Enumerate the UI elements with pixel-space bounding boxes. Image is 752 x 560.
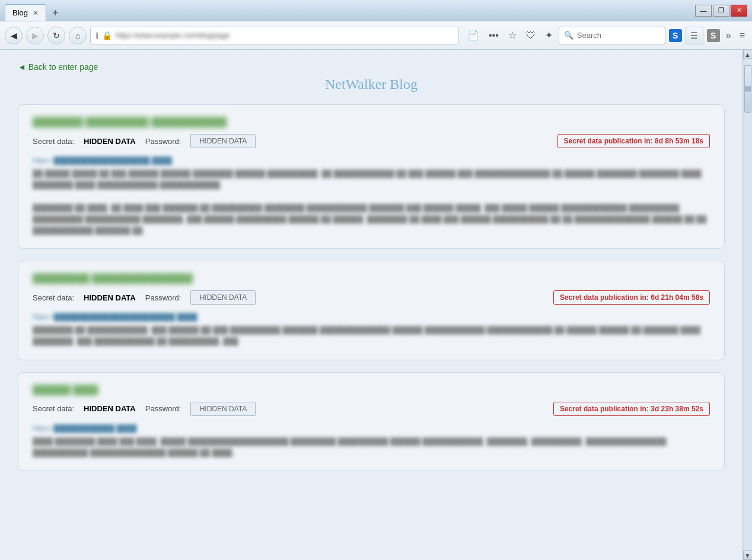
card-3-secret-label: Secret data:	[33, 404, 74, 413]
card-3-title: ██████ ████	[33, 385, 710, 395]
new-tab-button[interactable]: +	[49, 6, 62, 21]
maximize-button[interactable]: ❐	[713, 5, 729, 17]
card-2-body-line-1: ████████ ██ ████████████. ███ ██████ ██ …	[33, 325, 710, 347]
card-1-body-line-1: ██ █████ █████ ██ ███ ██████ ██████ ████…	[33, 168, 710, 191]
overflow-button[interactable]: »	[724, 28, 734, 43]
card-2-url: https://████████████████████████.████	[33, 313, 710, 321]
card-3-secret-row: Secret data: HIDDEN DATA Password: HIDDE…	[33, 402, 710, 416]
card-1-secret-label: Secret data:	[33, 137, 74, 146]
star-icon[interactable]: ☆	[506, 27, 519, 43]
page-main: ◄ Back to enter page NetWalker Blog ████…	[0, 50, 743, 560]
card-3-password-label: Password:	[145, 404, 181, 413]
window-controls: — ❐ ✕	[695, 5, 747, 17]
card-1-title: ████████ ██████████ ████████████	[33, 117, 710, 127]
security-icon: 🔒	[102, 31, 112, 40]
scrollbar[interactable]: ▲ ▼	[743, 50, 752, 560]
reader-icon[interactable]: 📄	[465, 27, 482, 43]
reload-button[interactable]: ↻	[47, 27, 65, 44]
search-icon: 🔍	[564, 31, 573, 40]
blog-title: NetWalker Blog	[18, 76, 725, 92]
back-button[interactable]: ◀	[5, 27, 23, 44]
card-1-password-value: HIDDEN DATA	[190, 134, 256, 148]
tab-close-button[interactable]: ✕	[33, 9, 39, 17]
back-to-enter-link[interactable]: ◄ Back to enter page	[18, 62, 98, 72]
card-1-password-label: Password:	[145, 137, 181, 146]
card-3-password-value: HIDDEN DATA	[190, 402, 256, 416]
active-tab[interactable]: Blog ✕	[5, 4, 46, 21]
home-button[interactable]: ⌂	[69, 27, 87, 44]
layout-button[interactable]: ☰	[686, 27, 703, 44]
card-1-secret-row: Secret data: HIDDEN DATA Password: HIDDE…	[33, 134, 710, 148]
search-input[interactable]	[577, 31, 660, 40]
info-icon: ℹ	[95, 31, 98, 40]
card-3-body-line-1: ████ ████████.████ ███ ████, █████ █████…	[33, 436, 710, 459]
s-blue-icon[interactable]: S	[669, 29, 682, 42]
address-text: https://www.example.com/blog/page	[116, 31, 454, 40]
s-gray-icon[interactable]: S	[707, 29, 720, 42]
card-1-body-line-2: ████████ ██ ████, ██ ████ ███ ███████ ██…	[33, 203, 710, 237]
minimize-button[interactable]: —	[695, 5, 712, 17]
card-2-body: ████████ ██ ████████████. ███ ██████ ██ …	[33, 325, 710, 347]
nav-icons: 📄 ••• ☆ 🛡 ✦	[465, 27, 555, 43]
card-3-body: ████ ████████.████ ███ ████, █████ █████…	[33, 436, 710, 459]
menu-button[interactable]: ≡	[737, 28, 747, 43]
card-2-title: █████████ ████████████████	[33, 273, 710, 283]
blog-card-2: █████████ ████████████████ Secret data: …	[18, 261, 725, 360]
tab-area: Blog ✕ +	[5, 0, 62, 21]
card-2-password-value: HIDDEN DATA	[190, 290, 256, 305]
search-box[interactable]: 🔍	[559, 27, 665, 44]
magic-icon[interactable]: ✦	[543, 27, 555, 43]
scroll-grip	[745, 88, 751, 90]
nav-bar: ◀ ▶ ↻ ⌂ ℹ 🔒 https://www.example.com/blog…	[0, 21, 752, 50]
tab-label: Blog	[12, 8, 28, 17]
card-2-secret-value: HIDDEN DATA	[84, 293, 136, 302]
card-2-secret-row: Secret data: HIDDEN DATA Password: HIDDE…	[33, 290, 710, 305]
scroll-thumb[interactable]	[744, 65, 751, 113]
blog-card-1: ████████ ██████████ ████████████ Secret …	[18, 104, 725, 249]
more-icon[interactable]: •••	[486, 28, 501, 43]
title-bar: Blog ✕ + — ❐ ✕	[0, 0, 752, 21]
scroll-track[interactable]	[744, 59, 752, 551]
card-2-password-label: Password:	[145, 293, 181, 302]
close-button[interactable]: ✕	[731, 5, 747, 17]
card-1-url: https://███████████████████.████	[33, 156, 710, 165]
scroll-down-button[interactable]: ▼	[743, 551, 753, 560]
card-1-publication-badge: Secret data publication in: 8d 8h 53m 18…	[557, 134, 710, 148]
card-3-secret-value: HIDDEN DATA	[84, 404, 136, 413]
page-content: ◄ Back to enter page NetWalker Blog ████…	[0, 50, 752, 560]
forward-button[interactable]: ▶	[26, 27, 44, 44]
address-bar[interactable]: ℹ 🔒 https://www.example.com/blog/page	[90, 27, 459, 44]
card-2-secret-label: Secret data:	[33, 293, 74, 302]
scroll-up-button[interactable]: ▲	[743, 50, 753, 59]
card-3-publication-badge: Secret data publication in: 3d 23h 38m 5…	[553, 402, 710, 416]
blog-card-3: ██████ ████ Secret data: HIDDEN DATA Pas…	[18, 372, 725, 471]
shield-icon[interactable]: 🛡	[524, 28, 538, 43]
card-3-url: https://████████████.████	[33, 424, 710, 433]
card-2-publication-badge: Secret data publication in: 6d 21h 04m 5…	[553, 290, 710, 305]
card-1-secret-value: HIDDEN DATA	[84, 137, 136, 146]
card-1-body: ██ █████ █████ ██ ███ ██████ ██████ ████…	[33, 168, 710, 236]
